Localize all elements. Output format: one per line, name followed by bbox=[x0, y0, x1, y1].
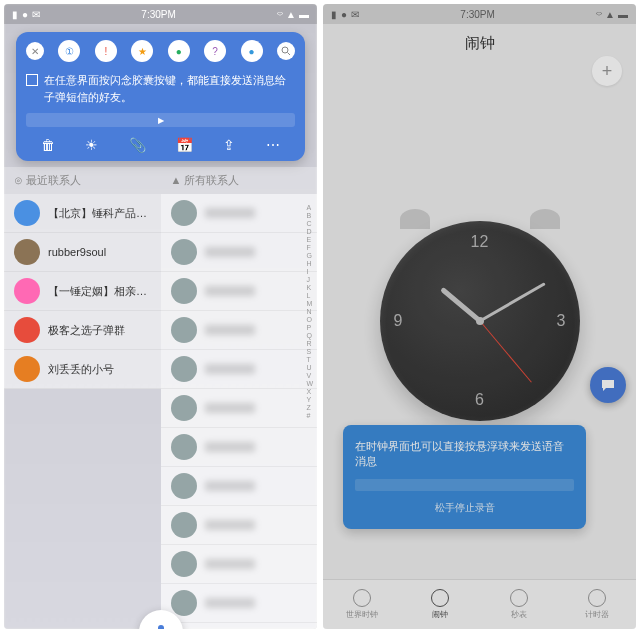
close-icon[interactable]: ✕ bbox=[26, 42, 44, 60]
contact-item[interactable] bbox=[161, 467, 318, 506]
capsule-tab-2[interactable]: ! bbox=[95, 40, 117, 62]
contact-item[interactable]: 【一锤定姻】相亲… bbox=[4, 272, 161, 311]
search-icon[interactable] bbox=[277, 42, 295, 60]
share-icon[interactable]: ⇪ bbox=[223, 137, 235, 153]
contact-item[interactable] bbox=[161, 545, 318, 584]
svg-rect-2 bbox=[158, 625, 164, 629]
contact-name bbox=[205, 325, 255, 335]
svg-point-0 bbox=[282, 47, 288, 53]
contact-item[interactable] bbox=[161, 272, 318, 311]
avatar bbox=[14, 239, 40, 265]
contact-item[interactable] bbox=[161, 233, 318, 272]
avatar bbox=[171, 551, 197, 577]
contact-item[interactable] bbox=[161, 623, 318, 629]
contact-item[interactable] bbox=[161, 506, 318, 545]
contact-name bbox=[205, 364, 255, 374]
capsule-tab-3[interactable]: ★ bbox=[131, 40, 153, 62]
trash-icon[interactable]: 🗑 bbox=[41, 137, 55, 153]
avatar bbox=[171, 278, 197, 304]
signal-icon: ▮ bbox=[12, 9, 18, 20]
contact-item[interactable] bbox=[161, 389, 318, 428]
audio-waveform[interactable] bbox=[26, 113, 295, 127]
checkbox[interactable] bbox=[26, 74, 38, 86]
contact-name bbox=[205, 481, 255, 491]
cell-icon: ▲ bbox=[286, 9, 296, 20]
capsule-tab-6[interactable]: ● bbox=[241, 40, 263, 62]
statusbar: ▮ ● ✉ 7:30PM ⌔ ▲ ▬ bbox=[4, 4, 317, 24]
floating-chat-button[interactable] bbox=[590, 367, 626, 403]
page-title: 闹钟 bbox=[323, 24, 636, 63]
capsule-tab-1[interactable]: ① bbox=[58, 40, 80, 62]
phone-left: ▮ ● ✉ 7:30PM ⌔ ▲ ▬ ✕ ① ! ★ ● ? ● bbox=[4, 4, 317, 629]
alarm-clock: 12 3 6 9 bbox=[380, 221, 580, 421]
capsule-panel: ✕ ① ! ★ ● ? ● 在任意界面按闪念胶囊按键，都能直接发送消息给子弹短信… bbox=[16, 32, 305, 161]
tab-alarm[interactable]: 闹钟 bbox=[401, 580, 479, 629]
capsule-message: 在任意界面按闪念胶囊按键，都能直接发送消息给子弹短信的好友。 bbox=[44, 72, 295, 105]
avatar bbox=[14, 278, 40, 304]
battery-icon: ▬ bbox=[618, 9, 628, 20]
second-hand bbox=[479, 321, 531, 383]
avatar bbox=[171, 200, 197, 226]
capsule-tab-5[interactable]: ? bbox=[204, 40, 226, 62]
contact-name: 极客之选子弹群 bbox=[48, 323, 125, 338]
hour-hand bbox=[440, 287, 482, 323]
tab-stopwatch[interactable]: 秒表 bbox=[480, 580, 558, 629]
attach-icon[interactable]: 📎 bbox=[129, 137, 146, 153]
tabbar: 世界时钟 闹钟 秒表 计时器 bbox=[323, 579, 636, 629]
tooltip-text: 在时钟界面也可以直接按悬浮球来发送语音消息 bbox=[355, 439, 574, 469]
globe-icon bbox=[353, 589, 371, 607]
contact-item[interactable]: 刘丢丢的小号 bbox=[4, 350, 161, 389]
stopwatch-icon bbox=[510, 589, 528, 607]
clock-3: 3 bbox=[557, 312, 566, 330]
contact-item[interactable]: 【北京】锤科产品… bbox=[4, 194, 161, 233]
avatar bbox=[171, 356, 197, 382]
recent-header: ⊙ 最近联系人 bbox=[4, 167, 161, 194]
calendar-icon[interactable]: 📅 bbox=[176, 137, 193, 153]
status-time: 7:30PM bbox=[40, 9, 277, 20]
contact-name: 【一锤定姻】相亲… bbox=[48, 284, 147, 299]
cell-icon: ▲ bbox=[605, 9, 615, 20]
timer-icon bbox=[588, 589, 606, 607]
contact-name bbox=[205, 247, 255, 257]
svg-line-1 bbox=[287, 53, 290, 56]
avatar bbox=[14, 317, 40, 343]
contact-name bbox=[205, 286, 255, 296]
contact-name bbox=[205, 598, 255, 608]
avatar bbox=[171, 317, 197, 343]
clock-9: 9 bbox=[394, 312, 403, 330]
contact-name bbox=[205, 559, 255, 569]
avatar bbox=[171, 395, 197, 421]
contact-item[interactable]: 极客之选子弹群 bbox=[4, 311, 161, 350]
avatar bbox=[171, 239, 197, 265]
alarm-icon bbox=[431, 589, 449, 607]
minute-hand bbox=[479, 282, 545, 322]
clock-6: 6 bbox=[475, 391, 484, 409]
avatar bbox=[171, 434, 197, 460]
contact-name bbox=[205, 442, 255, 452]
avatar bbox=[14, 356, 40, 382]
contact-item[interactable] bbox=[161, 311, 318, 350]
more-icon[interactable]: ⋯ bbox=[266, 137, 280, 153]
mail-icon: ✉ bbox=[351, 9, 359, 20]
contact-item[interactable]: rubber9soul bbox=[4, 233, 161, 272]
avatar bbox=[14, 200, 40, 226]
contact-item[interactable] bbox=[161, 194, 318, 233]
recent-contacts-col: ⊙ 最近联系人 【北京】锤科产品…rubber9soul【一锤定姻】相亲…极客之… bbox=[4, 167, 161, 629]
all-contacts-col: ▲ 所有联系人 bbox=[161, 167, 318, 629]
contact-item[interactable] bbox=[161, 428, 318, 467]
tab-timer[interactable]: 计时器 bbox=[558, 580, 636, 629]
contact-item[interactable] bbox=[161, 350, 318, 389]
capsule-tab-4[interactable]: ● bbox=[168, 40, 190, 62]
alpha-index[interactable]: ABCDEFGHIJKLMNOPQRSTUVWXYZ# bbox=[306, 204, 313, 419]
chat-icon: ● bbox=[341, 9, 347, 20]
sun-icon[interactable]: ☀ bbox=[85, 137, 98, 153]
contact-name: 【北京】锤科产品… bbox=[48, 206, 147, 221]
tab-world-clock[interactable]: 世界时钟 bbox=[323, 580, 401, 629]
voice-tooltip: 在时钟界面也可以直接按悬浮球来发送语音消息 松手停止录音 bbox=[343, 425, 586, 529]
contact-item[interactable] bbox=[161, 584, 318, 623]
avatar bbox=[171, 473, 197, 499]
battery-icon: ▬ bbox=[299, 9, 309, 20]
avatar bbox=[171, 590, 197, 616]
avatar bbox=[171, 512, 197, 538]
contact-name: 刘丢丢的小号 bbox=[48, 362, 114, 377]
